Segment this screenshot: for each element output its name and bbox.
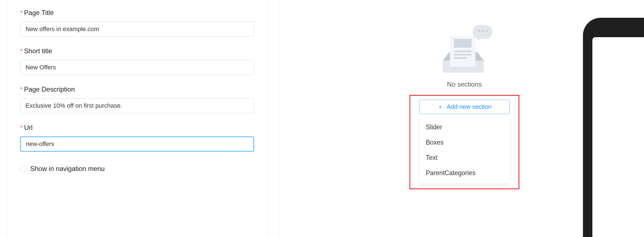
- required-star-icon: *: [20, 124, 22, 130]
- dropdown-item-text[interactable]: Text: [419, 150, 510, 165]
- required-star-icon: *: [20, 48, 22, 54]
- field-page-title: *Page Title: [20, 9, 254, 37]
- label-text: Page Description: [24, 85, 75, 93]
- device-preview-frame: [583, 18, 644, 237]
- field-url: *Url: [20, 124, 254, 152]
- field-show-in-nav: Show in navigation menu: [20, 165, 254, 173]
- form-panel: *Page Title *Short title *Page Descripti…: [7, 0, 268, 237]
- section-type-dropdown: Slider Boxes Text ParentCategories: [419, 117, 510, 183]
- no-sections-text: No sections: [447, 80, 482, 88]
- empty-illustration-icon: [434, 25, 495, 75]
- short-title-label: *Short title: [20, 47, 254, 55]
- show-in-nav-label: Show in navigation menu: [30, 165, 105, 173]
- field-page-description: *Page Description: [20, 85, 254, 113]
- short-title-input[interactable]: [20, 60, 254, 75]
- add-new-section-button[interactable]: ＋ Add new section: [419, 100, 510, 114]
- page-title-label: *Page Title: [20, 9, 254, 17]
- required-star-icon: *: [20, 86, 22, 92]
- dropdown-item-slider[interactable]: Slider: [419, 120, 510, 135]
- dropdown-item-parentcategories[interactable]: ParentCategories: [419, 165, 510, 181]
- required-star-icon: *: [20, 9, 22, 16]
- preview-panel: No sections ＋ Add new section Slider Box…: [279, 0, 644, 237]
- page-title-input[interactable]: [20, 22, 254, 37]
- label-text: Short title: [24, 47, 52, 55]
- url-input[interactable]: [20, 137, 254, 152]
- add-section-label: Add new section: [447, 103, 491, 110]
- empty-state: No sections ＋ Add new section Slider Box…: [409, 25, 519, 237]
- plus-icon: ＋: [437, 103, 443, 111]
- dropdown-item-boxes[interactable]: Boxes: [419, 135, 510, 150]
- label-text: Page Title: [24, 9, 54, 16]
- page-description-label: *Page Description: [20, 85, 254, 93]
- url-label: *Url: [20, 124, 254, 132]
- add-section-highlight: ＋ Add new section Slider Boxes Text Pare…: [409, 95, 519, 189]
- field-short-title: *Short title: [20, 47, 254, 75]
- label-text: Url: [24, 124, 33, 131]
- show-in-nav-checkbox[interactable]: [20, 166, 26, 172]
- page-description-input[interactable]: [20, 98, 254, 113]
